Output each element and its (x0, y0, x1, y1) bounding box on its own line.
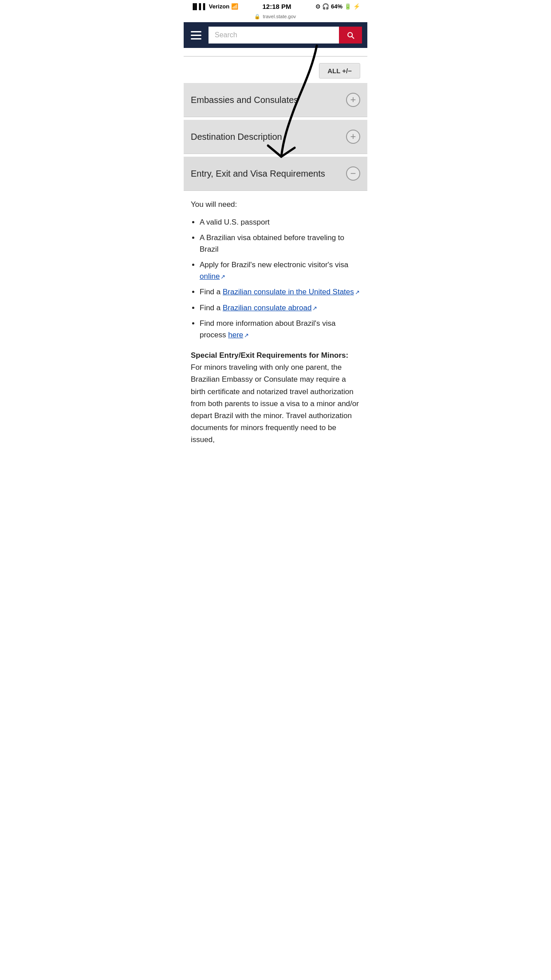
bullet-consulate-abroad: Find a Brazilian consulate abroad↗ (200, 302, 360, 314)
search-icon (346, 31, 355, 40)
carrier-label: Verizon (209, 3, 229, 10)
accordion-header-embassies[interactable]: Embassies and Consulates + (184, 83, 367, 117)
accordion-header-entry[interactable]: Entry, Exit and Visa Requirements − (184, 157, 367, 191)
search-button[interactable] (339, 27, 362, 43)
nav-header (184, 22, 367, 48)
hamburger-line-2 (191, 35, 201, 36)
status-right: ⊙ 🎧 64% 🔋 ⚡ (315, 3, 360, 10)
bullet-passport: A valid U.S. passport (200, 217, 360, 228)
accordion-content-entry: You will need: A valid U.S. passport A B… (184, 191, 367, 457)
ext-icon-here: ↗ (244, 331, 249, 340)
all-toggle-button[interactable]: ALL +/− (319, 63, 360, 79)
bullet-evisa: Apply for Brazil's new electronic visito… (200, 259, 360, 282)
bullet-visa: A Brazilian visa obtained before traveli… (200, 232, 360, 255)
bullet-consulate-us: Find a Brazilian consulate in the United… (200, 286, 360, 298)
all-toggle-row: ALL +/− (184, 57, 367, 83)
consulate-abroad-link[interactable]: Brazilian consulate abroad↗ (223, 304, 317, 312)
bullet-more-info: Find more information about Brazil's vis… (200, 318, 360, 340)
url-display: travel.state.gov (263, 14, 296, 19)
special-title: Special Entry/Exit Requirements for Mino… (191, 351, 348, 360)
battery-icon: 🔋 (344, 3, 351, 10)
ext-icon-online: ↗ (220, 273, 225, 281)
wifi-icon: 📶 (231, 3, 238, 10)
time-display: 12:18 PM (263, 3, 291, 10)
ext-icon-consulate-us: ↗ (355, 288, 360, 297)
special-entry-section: Special Entry/Exit Requirements for Mino… (191, 349, 360, 446)
status-left: ▐▌▌▌ Verizon 📶 (191, 3, 238, 10)
accordion-header-destination[interactable]: Destination Description + (184, 120, 367, 154)
special-text: For minors traveling with only one paren… (191, 363, 359, 444)
accordion-icon-entry: − (346, 166, 360, 181)
screen-record-icon: ⊙ (315, 3, 320, 10)
lock-icon: 🔒 (254, 14, 260, 19)
accordion-entry: Entry, Exit and Visa Requirements − You … (184, 157, 367, 457)
address-bar[interactable]: 🔒 travel.state.gov (184, 12, 367, 22)
search-container (209, 27, 362, 43)
scroll-indicator (184, 48, 367, 57)
hamburger-line-1 (191, 31, 201, 32)
entry-intro: You will need: (191, 199, 360, 210)
entry-bullets-list: A valid U.S. passport A Brazilian visa o… (191, 217, 360, 341)
status-bar: ▐▌▌▌ Verizon 📶 12:18 PM ⊙ 🎧 64% 🔋 ⚡ (184, 0, 367, 12)
search-input[interactable] (209, 27, 339, 43)
accordion-icon-embassies: + (346, 93, 360, 107)
accordion-title-destination: Destination Description (191, 132, 282, 142)
headphones-icon: 🎧 (322, 3, 329, 10)
signal-icon: ▐▌▌▌ (191, 3, 207, 10)
accordion-destination: Destination Description + (184, 120, 367, 154)
accordion-title-embassies: Embassies and Consulates (191, 95, 298, 105)
hamburger-line-3 (191, 38, 201, 40)
online-link[interactable]: online↗ (200, 272, 225, 281)
charging-icon: ⚡ (353, 3, 360, 10)
accordion-embassies: Embassies and Consulates + (184, 83, 367, 117)
accordion-title-entry: Entry, Exit and Visa Requirements (191, 169, 325, 179)
accordion-icon-destination: + (346, 130, 360, 144)
ext-icon-consulate-abroad: ↗ (312, 304, 317, 313)
consulate-us-link[interactable]: Brazilian consulate in the United States… (223, 288, 360, 296)
battery-label: 64% (331, 3, 342, 10)
here-link[interactable]: here↗ (228, 331, 249, 339)
hamburger-button[interactable] (189, 29, 203, 41)
